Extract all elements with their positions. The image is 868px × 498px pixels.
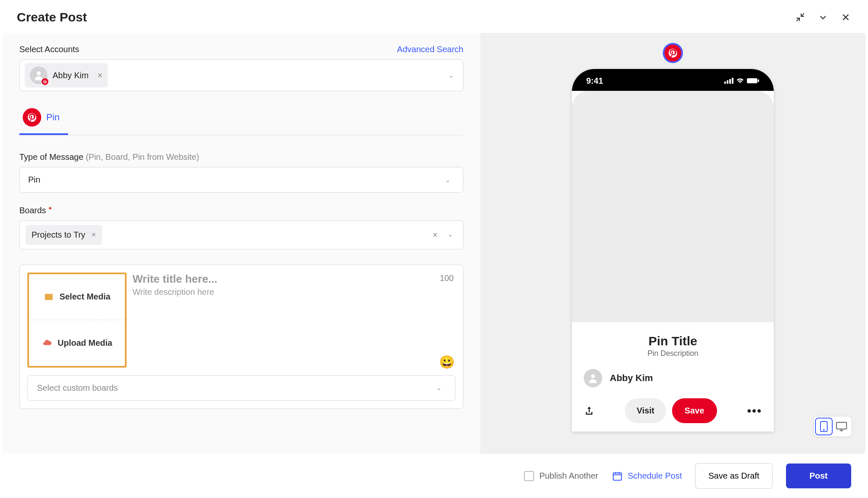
battery-icon <box>747 78 760 84</box>
cloud-upload-icon <box>42 338 53 347</box>
chevron-down-icon: ⌄ <box>445 72 458 79</box>
svg-point-0 <box>37 72 40 75</box>
status-time: 9:41 <box>586 76 603 86</box>
create-post-modal: Create Post Select Accounts Advanced Sea… <box>0 0 868 498</box>
avatar-icon <box>584 369 602 387</box>
publish-another-checkbox[interactable]: Publish Another <box>524 471 598 481</box>
emoji-picker-icon[interactable]: 😀 <box>439 355 455 369</box>
schedule-post-button[interactable]: Schedule Post <box>612 471 682 482</box>
svg-rect-7 <box>758 79 759 82</box>
desktop-view-button[interactable] <box>833 418 850 435</box>
svg-point-10 <box>823 429 824 430</box>
char-counter: 100 <box>440 273 454 283</box>
platform-tabs: Pin <box>19 103 463 135</box>
chevron-down-icon: ⌄ <box>441 177 455 183</box>
accounts-label: Select Accounts <box>19 45 79 54</box>
accounts-select[interactable]: Abby Kim ✕ ⌄ <box>19 59 463 91</box>
svg-rect-6 <box>747 78 757 83</box>
required-dot-icon: ● <box>48 204 52 211</box>
phone-preview: 9:41 Pin Title Pin Description <box>572 69 774 432</box>
preview-pane: 9:41 Pin Title Pin Description <box>480 33 865 454</box>
chevron-down-icon: ⌄ <box>432 384 446 391</box>
preview-user-name: Abby Kim <box>610 373 653 384</box>
modal-header: Create Post <box>0 0 868 33</box>
svg-rect-1 <box>45 294 53 299</box>
minimize-icon[interactable] <box>795 12 806 23</box>
message-type-select[interactable]: Pin ⌄ <box>19 167 463 193</box>
device-toggle <box>813 416 852 437</box>
remove-board-icon[interactable]: ✕ <box>91 231 96 238</box>
svg-rect-2 <box>724 82 726 84</box>
account-name: Abby Kim <box>53 71 89 80</box>
modal-footer: Publish Another Schedule Post Save as Dr… <box>0 454 868 498</box>
svg-rect-4 <box>729 79 731 84</box>
checkbox-icon <box>524 471 534 481</box>
custom-boards-select[interactable]: Select custom boards ⌄ <box>27 375 455 401</box>
svg-point-8 <box>591 374 595 378</box>
save-button: Save <box>672 398 717 423</box>
pinterest-icon <box>23 108 41 127</box>
title-input[interactable]: Write title here... <box>132 273 455 286</box>
status-icons <box>724 78 760 84</box>
account-chip: Abby Kim ✕ <box>25 63 108 87</box>
share-icon <box>584 405 595 416</box>
more-icon: ••• <box>747 404 762 418</box>
signal-icon <box>724 78 733 84</box>
page-title: Create Post <box>17 10 87 24</box>
clear-boards-icon[interactable]: ✕ <box>432 231 438 239</box>
preview-pin-title: Pin Title <box>584 334 762 348</box>
chevron-down-icon: ⌄ <box>444 231 457 239</box>
close-icon[interactable] <box>840 12 851 23</box>
message-type-label: Type of Message (Pin, Board, Pin from We… <box>19 152 463 162</box>
boards-select[interactable]: Projects to Try ✕ ✕ ⌄ <box>19 220 463 249</box>
preview-pin-desc: Pin Description <box>584 349 762 358</box>
tab-pin[interactable]: Pin <box>19 103 68 135</box>
post-button[interactable]: Post <box>786 464 851 488</box>
wifi-icon <box>736 78 744 84</box>
save-draft-button[interactable]: Save as Draft <box>695 463 772 489</box>
svg-rect-12 <box>613 473 622 480</box>
media-selector: Select Media Upload Media <box>27 273 127 368</box>
description-input[interactable]: Write description here <box>132 287 455 297</box>
remove-account-icon[interactable]: ✕ <box>94 72 103 79</box>
chevron-down-icon[interactable] <box>818 12 828 23</box>
pin-image-placeholder <box>572 91 774 322</box>
pinterest-badge-icon <box>42 78 48 85</box>
svg-rect-5 <box>732 78 733 84</box>
svg-rect-11 <box>836 422 847 429</box>
visit-button: Visit <box>625 398 666 423</box>
composer: Select Media Upload Media Write title he… <box>19 265 463 409</box>
mobile-view-button[interactable] <box>815 418 833 435</box>
advanced-search-link[interactable]: Advanced Search <box>397 45 463 54</box>
svg-rect-3 <box>727 80 728 84</box>
editor-pane: Select Accounts Advanced Search Abby Kim… <box>3 33 480 454</box>
avatar-icon <box>30 66 48 84</box>
upload-media-button[interactable]: Upload Media <box>29 320 125 366</box>
board-chip: Projects to Try ✕ <box>26 225 102 245</box>
tab-label: Pin <box>46 112 60 123</box>
pinterest-icon <box>663 43 683 63</box>
boards-label: Boards ● <box>19 204 463 215</box>
inbox-icon <box>43 292 54 302</box>
select-media-button[interactable]: Select Media <box>29 274 125 321</box>
calendar-icon <box>612 471 623 482</box>
